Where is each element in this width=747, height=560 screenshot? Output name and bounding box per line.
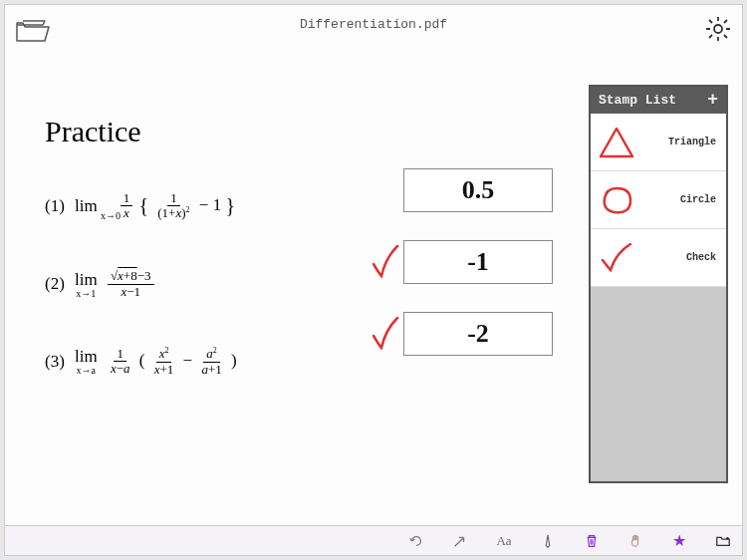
add-stamp-icon[interactable]: +: [707, 94, 718, 107]
answer-box[interactable]: 0.5: [403, 168, 553, 212]
stamp-panel-header: Stamp List +: [591, 87, 726, 114]
problem-number: (2): [45, 274, 75, 294]
answer-row: -1: [372, 234, 553, 290]
stamp-label: Circle: [636, 194, 720, 205]
problem-expression: lim x→a 1x−a ( x2x+1 − a2a+1 ): [75, 347, 237, 377]
circle-icon: [597, 180, 636, 220]
check-icon: [597, 238, 636, 278]
answer-row: -2: [372, 306, 553, 362]
stamp-panel: Stamp List + Triangle Circle Check: [589, 85, 728, 483]
app-frame: Differentiation.pdf Practice (1) lim x→0: [4, 4, 743, 556]
stamp-item-circle[interactable]: Circle: [591, 171, 726, 229]
pen-icon[interactable]: [539, 532, 557, 550]
hand-icon[interactable]: [626, 532, 644, 550]
star-icon[interactable]: ★: [670, 532, 688, 550]
answer-box[interactable]: -1: [403, 240, 553, 284]
problem-number: (3): [45, 352, 75, 372]
undo-icon[interactable]: [407, 532, 425, 550]
check-mark-icon: [372, 242, 399, 282]
check-mark-slot: [372, 170, 399, 210]
pointer-arrow-icon[interactable]: [451, 532, 469, 550]
trash-icon[interactable]: [583, 532, 601, 550]
svg-point-1: [726, 537, 729, 540]
problem-expression: lim x→0 1x { 1(1+x)2 − 1 }: [75, 191, 235, 221]
top-bar: Differentiation.pdf: [5, 5, 742, 51]
check-mark-icon: [372, 314, 399, 354]
stamp-list: Triangle Circle Check: [591, 114, 726, 287]
answers-column: 0.5 -1 -2: [372, 162, 553, 378]
triangle-icon: [597, 123, 636, 162]
text-tool-icon[interactable]: Aa: [495, 532, 513, 550]
bottom-toolbar: Aa ★: [5, 525, 742, 555]
document-title: Differentiation.pdf: [5, 17, 742, 32]
stamp-item-check[interactable]: Check: [591, 229, 726, 287]
answer-box[interactable]: -2: [403, 312, 553, 356]
stamp-label: Triangle: [636, 137, 720, 147]
problem-expression: lim x→1 √x+8−3 x−1: [75, 269, 156, 299]
answer-row: 0.5: [372, 162, 553, 218]
svg-point-0: [714, 25, 722, 33]
stamp-item-triangle[interactable]: Triangle: [591, 114, 726, 171]
gear-icon[interactable]: [704, 15, 732, 43]
problem-number: (1): [45, 196, 75, 216]
stamp-label: Check: [636, 252, 720, 263]
stamp-panel-title: Stamp List: [599, 93, 676, 108]
folder-tool-icon[interactable]: [714, 532, 732, 550]
